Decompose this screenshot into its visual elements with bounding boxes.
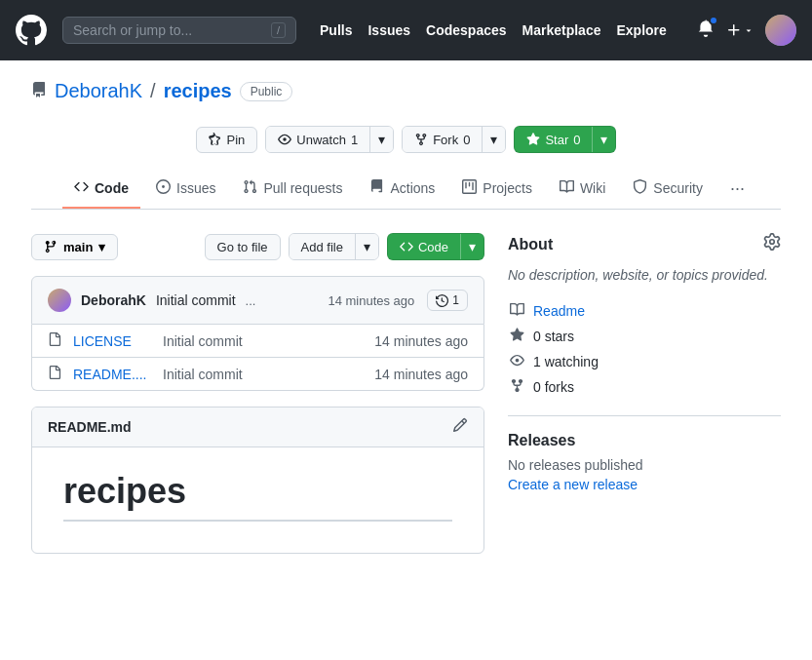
nav-actions [697, 15, 796, 46]
repo-tabs: Code Issues Pull requests Actions Projec… [31, 169, 781, 210]
file-commit-license: Initial commit [163, 333, 363, 349]
readme-edit-button[interactable] [452, 417, 468, 437]
readme-box: README.md recipes [31, 407, 484, 554]
file-row-license: LICENSE Initial commit 14 minutes ago [32, 325, 483, 357]
add-file-button-group: Add file ▾ [289, 233, 379, 260]
search-text: Search or jump to... [73, 22, 263, 38]
fork-dropdown[interactable]: ▾ [482, 127, 505, 152]
code-main[interactable]: Code [388, 234, 460, 259]
file-icon-readme [48, 366, 61, 382]
about-watching-stat: 1 watching [508, 349, 781, 374]
projects-tab-icon [462, 179, 477, 197]
search-bar[interactable]: Search or jump to... / [62, 17, 296, 44]
code-dropdown[interactable]: ▾ [460, 234, 483, 259]
actions-tab-icon [369, 179, 384, 197]
nav-link-marketplace[interactable]: Marketplace [522, 22, 601, 38]
user-avatar[interactable] [765, 15, 796, 46]
branch-toolbar: main ▾ Go to file Add file ▾ Code ▾ [31, 233, 484, 260]
releases-create-link[interactable]: Create a new release [508, 477, 781, 492]
issues-tab-icon [156, 179, 171, 197]
commit-author-name[interactable]: DeborahK [81, 292, 146, 308]
nav-links: Pulls Issues Codespaces Marketplace Expl… [320, 22, 667, 38]
nav-link-pulls[interactable]: Pulls [320, 22, 352, 38]
wiki-tab-icon [560, 179, 574, 197]
about-description: No description, website, or topics provi… [508, 267, 781, 283]
about-readme-stat: Readme [508, 298, 781, 324]
unwatch-button-group: Unwatch 1 ▾ [265, 126, 394, 153]
branch-selector[interactable]: main ▾ [31, 234, 118, 260]
file-list: LICENSE Initial commit 14 minutes ago RE… [31, 325, 484, 391]
code-button-group: Code ▾ [387, 233, 484, 260]
readme-header: README.md [32, 408, 483, 447]
file-time-readme: 14 minutes ago [374, 367, 468, 382]
commit-author-avatar [48, 289, 71, 312]
watching-stat-icon [508, 353, 525, 370]
about-title: About [508, 236, 553, 253]
star-dropdown[interactable]: ▾ [592, 127, 615, 152]
about-forks-count: 0 forks [533, 379, 574, 395]
add-file-dropdown[interactable]: ▾ [355, 234, 378, 259]
repo-title: DeborahK / recipes Public [31, 80, 781, 102]
commit-history-button[interactable]: 1 [427, 290, 468, 311]
create-new-button[interactable] [726, 22, 754, 38]
star-button-group: Star 0 ▾ [514, 126, 616, 153]
tabs-more-button[interactable]: ··· [722, 169, 753, 209]
repo-book-icon [31, 82, 47, 101]
main-content: main ▾ Go to file Add file ▾ Code ▾ [0, 210, 812, 577]
security-tab-icon [633, 179, 647, 197]
tab-wiki[interactable]: Wiki [548, 170, 617, 209]
repo-owner-link[interactable]: DeborahK [55, 80, 142, 102]
go-to-file-button[interactable]: Go to file [205, 234, 281, 260]
file-table: DeborahK Initial commit ... 14 minutes a… [31, 276, 484, 391]
file-time-license: 14 minutes ago [374, 333, 468, 349]
file-commit-readme: Initial commit [163, 367, 363, 382]
commit-message-text: Initial commit [156, 292, 236, 308]
notifications-icon[interactable] [697, 19, 715, 42]
about-readme-link[interactable]: Readme [533, 303, 585, 319]
readme-filename: README.md [48, 419, 132, 435]
about-header: About [508, 233, 781, 255]
file-row-readme: README.... Initial commit 14 minutes ago [32, 357, 483, 390]
pin-button[interactable]: Pin [196, 127, 258, 153]
right-panel: About No description, website, or topics… [508, 233, 781, 554]
fork-main[interactable]: Fork 0 [403, 127, 482, 152]
tab-issues[interactable]: Issues [144, 170, 227, 209]
repo-actions-row: Pin Unwatch 1 ▾ Fork 0 ▾ Star 0 [31, 118, 781, 169]
code-tab-icon [74, 179, 89, 197]
commit-header: DeborahK Initial commit ... 14 minutes a… [31, 276, 484, 325]
repo-header: DeborahK / recipes Public Pin Unwatch 1 … [0, 60, 812, 210]
nav-link-explore[interactable]: Explore [616, 22, 666, 38]
github-logo[interactable] [16, 15, 47, 46]
commit-message-more[interactable]: ... [246, 293, 256, 308]
star-main[interactable]: Star 0 [515, 127, 592, 152]
forks-stat-icon [508, 378, 525, 396]
unwatch-main[interactable]: Unwatch 1 [266, 127, 369, 152]
tab-code[interactable]: Code [62, 170, 140, 209]
tab-projects[interactable]: Projects [450, 170, 544, 209]
commit-time: 14 minutes ago 1 [328, 290, 468, 311]
unwatch-dropdown[interactable]: ▾ [369, 127, 393, 152]
pr-tab-icon [243, 179, 257, 197]
repo-visibility-badge: Public [240, 82, 293, 101]
repo-name-link[interactable]: recipes [164, 80, 232, 102]
about-settings-button[interactable] [763, 233, 781, 255]
left-panel: main ▾ Go to file Add file ▾ Code ▾ [31, 233, 484, 554]
about-stars-stat: 0 stars [508, 324, 781, 349]
about-watching-count: 1 watching [533, 354, 599, 369]
file-icon-license [48, 332, 61, 349]
nav-link-codespaces[interactable]: Codespaces [426, 22, 506, 38]
tab-security[interactable]: Security [621, 170, 715, 209]
nav-link-issues[interactable]: Issues [367, 22, 410, 38]
releases-title: Releases [508, 432, 781, 449]
add-file-main[interactable]: Add file [290, 234, 355, 259]
about-divider [508, 415, 781, 416]
file-name-license[interactable]: LICENSE [73, 333, 151, 349]
file-name-readme[interactable]: README.... [73, 367, 151, 382]
top-navigation: Search or jump to... / Pulls Issues Code… [0, 0, 812, 60]
releases-none-text: No releases published [508, 457, 781, 473]
notification-badge [709, 16, 718, 25]
fork-button-group: Fork 0 ▾ [402, 126, 506, 153]
tab-actions[interactable]: Actions [358, 170, 446, 209]
tab-pull-requests[interactable]: Pull requests [231, 170, 354, 209]
about-stars-count: 0 stars [533, 329, 574, 344]
